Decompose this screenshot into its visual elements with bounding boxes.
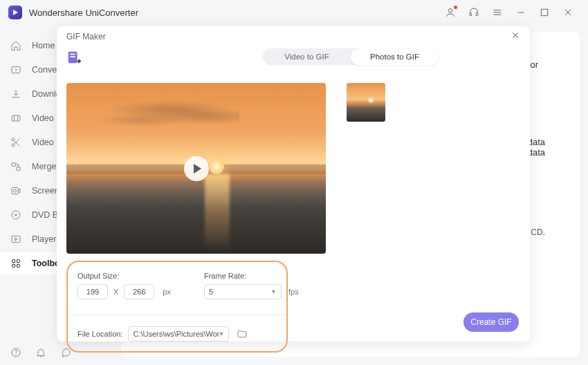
bell-icon[interactable] [35,346,47,359]
svg-rect-19 [17,167,20,171]
file-location-select[interactable]: C:\Users\ws\Pictures\Wonders▼ [128,326,229,341]
modal-title: GIF Maker [66,32,106,41]
svg-rect-18 [12,163,15,167]
user-icon[interactable] [442,4,459,21]
play-button[interactable] [184,156,209,181]
svg-point-22 [12,211,20,219]
settings-panel: Output Size: X px Frame Rate: 5▼ fps [66,261,288,353]
close-icon[interactable] [511,30,520,43]
svg-rect-2 [476,13,478,16]
x-separator: X [113,288,118,296]
add-file-icon[interactable] [66,50,82,65]
chevron-down-icon: ▼ [219,330,225,337]
recorder-icon [10,185,22,197]
app-title: Wondershare UniConverter [29,8,138,18]
divider [68,315,286,315]
player-icon [10,233,22,245]
svg-point-14 [12,138,15,141]
frame-rate-label: Frame Rate: [204,272,299,280]
gif-maker-modal: GIF Maker Video to GIF Photos to GIF Ou [57,26,530,341]
svg-rect-27 [17,260,19,263]
converter-icon [10,64,22,76]
download-icon [10,88,22,100]
headset-icon[interactable] [466,4,482,21]
svg-point-21 [14,189,17,192]
chevron-down-icon: ▼ [270,288,277,295]
px-unit: px [163,288,171,296]
minimize-button[interactable] [513,4,529,21]
file-location-label: File Location: [77,330,122,338]
svg-rect-7 [541,9,547,15]
svg-rect-1 [470,13,472,16]
height-input[interactable] [124,284,154,299]
tab-video-to-gif[interactable]: Video to GIF [263,48,351,65]
folder-icon[interactable] [235,326,250,341]
svg-rect-36 [71,56,75,57]
sidebar-item-label: Home [32,41,55,50]
menu-icon[interactable] [489,4,506,21]
svg-point-23 [15,214,17,216]
width-input[interactable] [77,284,108,299]
sidebar-item-label: Player [32,234,56,244]
svg-rect-35 [71,54,75,55]
create-gif-button[interactable]: Create GIF [463,312,519,332]
output-size-label: Output Size: [77,272,171,280]
sidebar-item-label: Merger [32,162,59,171]
svg-rect-26 [12,260,15,263]
svg-marker-25 [15,238,17,241]
home-icon [10,39,22,52]
frame-rate-select[interactable]: 5▼ [204,284,282,299]
svg-rect-29 [17,264,19,267]
close-button[interactable] [560,4,576,21]
svg-rect-11 [12,115,20,121]
modal-header: GIF Maker [57,26,530,47]
svg-point-31 [16,355,17,355]
help-icon[interactable] [10,346,22,359]
svg-point-15 [12,144,15,147]
preview-main[interactable] [66,83,326,254]
svg-rect-20 [12,187,18,194]
svg-rect-24 [12,236,20,242]
maximize-button[interactable] [536,4,553,21]
disc-icon [10,209,22,221]
bg-text: CD. [531,227,545,237]
scissors-icon [10,136,22,149]
app-logo [8,6,22,19]
titlebar: Wondershare UniConverter [0,0,588,25]
svg-rect-28 [12,264,15,267]
toolbox-icon [10,257,22,270]
mode-toggle: Video to GIF Photos to GIF [263,48,439,65]
compressor-icon [10,112,22,124]
svg-rect-10 [12,66,20,73]
fps-unit: fps [288,288,299,296]
svg-point-0 [448,9,452,12]
preview-thumbnail[interactable] [347,83,385,122]
tab-photos-to-gif[interactable]: Photos to GIF [351,48,439,65]
merger-icon [10,160,22,173]
